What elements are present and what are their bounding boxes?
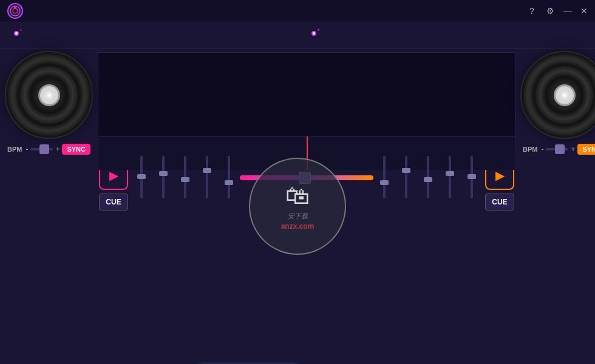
waveform-area: // inline draw - done via CSS bg: [98, 52, 515, 146]
watermark-icon: 🛍: [285, 182, 310, 209]
svg-point-5: [15, 32, 18, 35]
right-vol-track[interactable]: [471, 156, 473, 198]
right-high-thumb[interactable]: [402, 168, 410, 173]
right-bpm-minus[interactable]: -: [541, 145, 543, 153]
main-area: BPM - + SYNC // inline draw - done via C…: [0, 49, 595, 364]
right-vinyl[interactable]: [520, 51, 595, 139]
waveform-top: // inline draw - done via CSS bg: [98, 53, 515, 136]
left-vinyl[interactable]: [5, 51, 93, 139]
left-low-track[interactable]: [162, 156, 165, 198]
right-low-track[interactable]: [449, 156, 451, 198]
left-pitch-track[interactable]: [228, 156, 230, 198]
app-logo: [7, 3, 23, 19]
help-icon[interactable]: ?: [527, 6, 537, 16]
left-sync-button[interactable]: SYNC: [62, 144, 90, 155]
right-bpm-row: BPM - + SYNC: [520, 144, 595, 155]
watermark-badge: 🛍 安下载 anzx.com: [249, 158, 346, 255]
right-vinyl-center: [554, 84, 576, 106]
add-track-right-icon[interactable]: +: [307, 27, 321, 44]
left-bpm-minus[interactable]: -: [25, 145, 28, 153]
titlebar-right: ? ⚙ — ✕: [527, 6, 588, 16]
left-mid-track[interactable]: [184, 156, 186, 198]
svg-text:+: +: [19, 27, 22, 33]
watermark-url: anzx.com: [281, 222, 314, 231]
watermark-label1: 安下载: [288, 212, 308, 221]
right-low-thumb[interactable]: [446, 171, 454, 176]
right-cue-button[interactable]: CUE: [485, 194, 514, 211]
titlebar: ? ⚙ — ✕: [0, 0, 595, 22]
svg-text:+: +: [317, 27, 320, 33]
left-bpm-thumb[interactable]: [39, 144, 49, 154]
add-track-left-icon[interactable]: +: [10, 27, 23, 44]
right-pitch-track[interactable]: [383, 156, 386, 198]
svg-point-3: [14, 7, 16, 9]
right-mid-track[interactable]: [427, 156, 429, 198]
left-high-track[interactable]: [206, 156, 208, 198]
right-bpm-slider[interactable]: [546, 148, 568, 150]
track-row: + +: [0, 22, 595, 49]
right-pitch-thumb[interactable]: [380, 180, 389, 185]
right-high-track[interactable]: [405, 156, 407, 198]
svg-point-8: [313, 32, 315, 35]
waveform-svg-top: // inline draw - done via CSS bg: [98, 53, 515, 136]
left-bpm-label: BPM: [7, 146, 22, 153]
left-vinyl-center: [38, 84, 60, 106]
right-deck: BPM - + SYNC: [515, 49, 595, 364]
left-deck: BPM - + SYNC: [0, 49, 98, 364]
right-bpm-thumb[interactable]: [555, 144, 565, 154]
close-button[interactable]: ✕: [580, 6, 588, 16]
left-high-thumb[interactable]: [203, 168, 211, 173]
left-bpm-slider[interactable]: [30, 148, 53, 150]
settings-icon[interactable]: ⚙: [545, 6, 555, 16]
minimize-button[interactable]: —: [563, 6, 572, 16]
right-sync-button[interactable]: SYNC: [577, 144, 595, 155]
left-vol-track[interactable]: [140, 156, 143, 198]
right-mid-thumb[interactable]: [424, 177, 432, 182]
right-vol-thumb[interactable]: [467, 174, 476, 179]
left-vol-thumb[interactable]: [137, 174, 146, 179]
left-bpm-row: BPM - + SYNC: [5, 144, 93, 155]
watermark: 🛍 安下载 anzx.com: [231, 140, 364, 273]
left-mid-thumb[interactable]: [181, 177, 189, 182]
right-bpm-label: BPM: [523, 146, 537, 153]
left-bpm-plus[interactable]: +: [55, 145, 59, 153]
left-cue-button[interactable]: CUE: [99, 194, 128, 211]
titlebar-left: [7, 3, 23, 19]
left-track-add: +: [0, 27, 298, 44]
left-low-thumb[interactable]: [159, 171, 168, 176]
right-bpm-plus[interactable]: +: [571, 145, 575, 153]
right-track-add: +: [298, 27, 595, 44]
